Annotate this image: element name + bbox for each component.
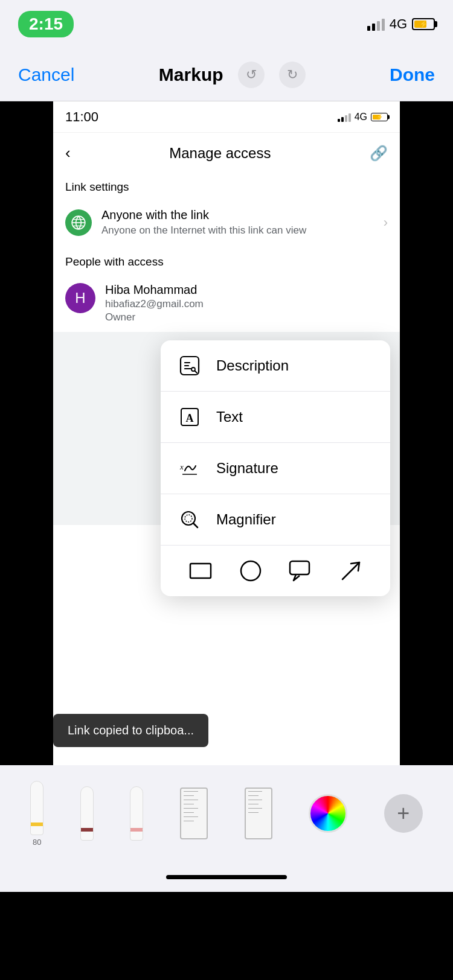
pen-tool-pink[interactable] [130,786,143,841]
popup-item-description[interactable]: Description [161,340,390,392]
inner-status-bar: 11:00 4G ⚡ [53,101,400,133]
signature-icon: x [175,454,204,483]
avatar: H [65,283,95,313]
link-setting-subtitle: Anyone on the Internet with this link ca… [101,224,384,237]
markup-toolbar: Cancel Markup ↺ ↻ Done [0,48,453,101]
status-bar: 2:15 4G ⚡ [0,0,453,48]
undo-button[interactable]: ↺ [238,62,265,88]
rectangle-shape-button[interactable] [184,554,217,588]
network-label: 4G [390,16,407,32]
popup-label-description: Description [216,357,289,374]
color-wheel-button[interactable] [309,794,347,833]
page-title: Manage access [169,145,271,162]
link-setting-title: Anyone with the link [101,208,384,222]
inner-signal-icon [338,112,351,122]
svg-text:x: x [179,462,184,471]
popup-item-magnifier[interactable]: Magnifier [161,494,390,546]
link-setting-text: Anyone with the link Anyone on the Inter… [101,208,384,237]
inner-screen: 11:00 4G ⚡ ‹ Manage access 🔗 Link settin… [53,101,400,765]
redo-button[interactable]: ↻ [279,62,306,88]
inner-battery-icon: ⚡ [371,113,388,121]
callout-shape-button[interactable] [284,554,318,588]
pen-tool-yellow[interactable]: 80 [30,781,43,847]
people-with-access-label: People with access [53,246,400,275]
link-settings-section-label: Link settings [53,171,400,200]
cancel-button[interactable]: Cancel [18,65,74,85]
content-wrapper: 11:00 4G ⚡ ‹ Manage access 🔗 Link settin… [0,101,453,765]
chevron-right-icon: › [384,215,388,231]
inner-time: 11:00 [65,109,98,125]
popup-label-magnifier: Magnifier [216,511,276,528]
svg-rect-11 [290,561,309,574]
popup-item-signature[interactable]: x Signature [161,443,390,494]
markup-title: Markup [159,65,223,85]
home-bar [166,875,287,879]
tool-number: 80 [33,838,41,847]
manage-access-header: ‹ Manage access 🔗 [53,133,400,171]
person-role: Owner [105,311,204,323]
inner-network-label: 4G [355,112,367,122]
markup-title-area: Markup ↺ ↻ [159,62,306,88]
avatar-letter: H [75,290,85,307]
circle-shape-button[interactable] [234,554,268,588]
description-icon [175,351,204,380]
text-icon: A [175,402,204,431]
link-setting-row[interactable]: Anyone with the link Anyone on the Inter… [53,200,400,246]
magnifier-icon [175,505,204,534]
popup-label-text: Text [216,409,243,425]
status-right: 4G ⚡ [367,16,435,32]
ruler-tool-2[interactable] [245,788,272,839]
inner-lightning-icon: ⚡ [376,114,383,120]
pen-tool-brown[interactable] [80,786,94,841]
popup-item-text[interactable]: A Text [161,392,390,443]
svg-rect-9 [190,564,211,578]
arrow-shape-button[interactable] [334,554,368,588]
inner-status-right: 4G ⚡ [338,112,388,122]
lightning-icon: ⚡ [419,20,428,28]
status-time: 2:15 [18,11,74,37]
toast-text: Link copied to clipboa... [68,724,194,737]
svg-text:A: A [186,412,194,424]
done-button[interactable]: Done [390,65,435,85]
svg-line-12 [342,562,359,579]
toast: Link copied to clipboa... [53,714,208,747]
battery-icon: ⚡ [412,18,435,30]
add-tool-button[interactable]: + [384,794,423,833]
globe-icon [65,209,92,236]
signal-icon [367,18,385,31]
person-row: H Hiba Mohammad hibafiaz2@gmail.com Owne… [53,275,400,332]
ruler-tool[interactable] [180,788,208,839]
popup-menu: Description A Text x [161,340,390,596]
person-name: Hiba Mohammad [105,283,204,297]
back-button[interactable]: ‹ [65,144,71,162]
popup-label-signature: Signature [216,460,278,477]
link-icon[interactable]: 🔗 [370,145,388,162]
svg-point-8 [185,515,192,522]
person-info: Hiba Mohammad hibafiaz2@gmail.com Owner [105,283,204,323]
svg-point-10 [241,561,260,581]
popup-shapes-row [161,546,390,596]
person-email: hibafiaz2@gmail.com [105,298,204,310]
home-indicator [0,862,453,892]
markup-tools-bar: 80 [0,765,453,862]
